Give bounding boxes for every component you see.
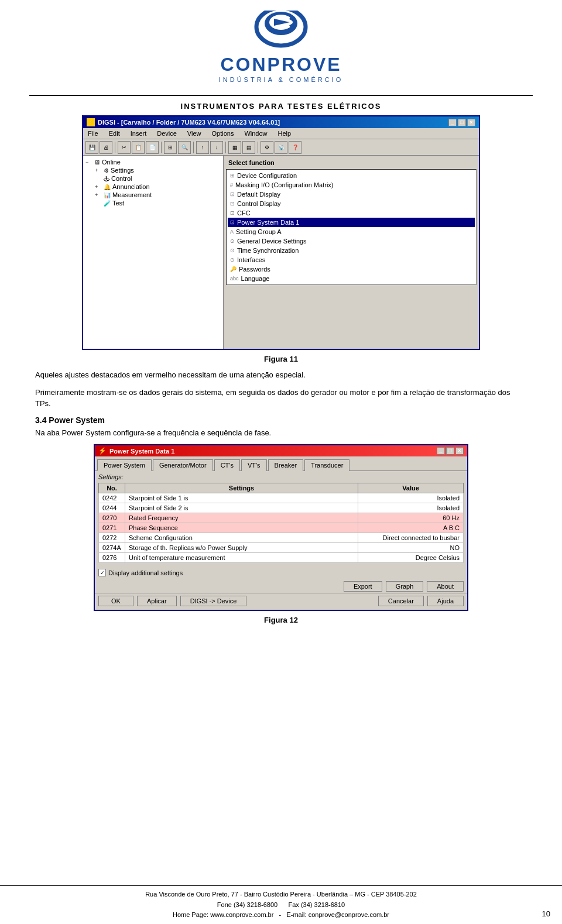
tree-expand-settings: + <box>95 167 102 173</box>
close-btn[interactable]: × <box>467 119 475 126</box>
tree-label-control: Control <box>111 175 132 182</box>
td-value-0271: A B C <box>358 523 464 533</box>
menu-edit[interactable]: Edit <box>107 129 122 138</box>
ok-button[interactable]: OK <box>98 596 133 606</box>
footer-homepage: Home Page: www.conprove.com.br <box>173 911 273 918</box>
ajuda-button[interactable]: Ajuda <box>427 596 464 606</box>
tb-btn2[interactable]: 🔍 <box>178 141 191 154</box>
ps-tabs: Power System Generator/Motor CT's VT's B… <box>95 456 467 471</box>
digsi-title: DIGSI - [Carvalho / Folder / 7UM623 V4.6… <box>98 119 280 126</box>
tb-copy[interactable]: 📋 <box>132 141 145 154</box>
tab-vts[interactable]: VT's <box>241 459 267 471</box>
func-device-config[interactable]: ⊞ Device Configuration <box>228 171 475 180</box>
tb-btn8[interactable]: 📡 <box>275 141 287 154</box>
tb-sep2 <box>161 142 162 153</box>
tb-save[interactable]: 💾 <box>85 141 98 154</box>
menu-help[interactable]: Help <box>276 129 294 138</box>
tree-item-annunciation[interactable]: + 🔔 Annunciation <box>95 183 221 191</box>
tb-btn9[interactable]: ❓ <box>289 141 301 154</box>
ps-maximize-btn[interactable]: □ <box>446 447 454 455</box>
tb-paste[interactable]: 📄 <box>146 141 159 154</box>
tree-item-settings[interactable]: + ⚙ Settings <box>95 166 221 174</box>
footer-line3: Home Page: www.conprove.com.br - E-mail:… <box>6 910 556 920</box>
tb-btn3[interactable]: ↑ <box>196 141 209 154</box>
tab-power-system[interactable]: Power System <box>97 459 152 471</box>
display-additional-checkbox[interactable]: ✓ <box>98 569 106 576</box>
ps-win-controls[interactable]: _ □ × <box>437 447 464 455</box>
menu-insert[interactable]: Insert <box>128 129 149 138</box>
display-additional-label: Display additional settings <box>108 569 183 576</box>
func-icon-setting-group: A <box>230 229 234 235</box>
func-general-device[interactable]: ⊙ General Device Settings <box>228 236 475 246</box>
tab-generator-motor[interactable]: Generator/Motor <box>153 459 213 471</box>
tb-btn5[interactable]: ▦ <box>228 141 241 154</box>
menu-options[interactable]: Options <box>210 129 237 138</box>
func-cfc[interactable]: ⊡ CFC <box>228 208 475 218</box>
footer-email: E-mail: conprove@conprove.com.br <box>286 911 389 918</box>
graph-button[interactable]: Graph <box>386 581 424 592</box>
tree-label-annunciation: Annunciation <box>112 183 150 190</box>
tree-item-online[interactable]: − 🖥 Online <box>85 158 221 166</box>
func-control-display[interactable]: ⊡ Control Display <box>228 199 475 208</box>
func-icon-default-display: ⊡ <box>230 191 235 197</box>
td-setting-0276: Unit of temperature measurement <box>125 553 358 563</box>
tb-btn4[interactable]: ↓ <box>210 141 223 154</box>
about-button[interactable]: About <box>427 581 464 592</box>
func-time-sync[interactable]: ⊙ Time Synchronization <box>228 246 475 255</box>
func-setting-group[interactable]: A Setting Group A <box>228 227 475 236</box>
func-label-power-system: Power System Data 1 <box>237 219 299 226</box>
td-value-0270: 60 Hz <box>358 513 464 523</box>
tb-sep3 <box>193 142 194 153</box>
func-icon-general-device: ⊙ <box>230 238 235 244</box>
tb-btn6[interactable]: ▤ <box>242 141 255 154</box>
maximize-btn[interactable]: □ <box>458 119 466 126</box>
function-list: ⊞ Device Configuration # Masking I/O (Co… <box>226 169 477 285</box>
func-passwords[interactable]: 🔑 Passwords <box>228 265 475 274</box>
tb-btn1[interactable]: ⊞ <box>164 141 177 154</box>
tree-item-test[interactable]: 🧪 Test <box>95 199 221 207</box>
func-interfaces[interactable]: ⊙ Interfaces <box>228 255 475 265</box>
func-default-display[interactable]: ⊡ Default Display <box>228 190 475 199</box>
td-setting-0272: Scheme Configuration <box>125 533 358 543</box>
minimize-btn[interactable]: _ <box>448 119 457 126</box>
func-power-system[interactable]: ⊡ Power System Data 1 <box>228 218 475 227</box>
digsi-device-button[interactable]: DIGSI -> Device <box>180 596 247 606</box>
aplicar-button[interactable]: Aplicar <box>137 596 177 606</box>
tb-btn7[interactable]: ⚙ <box>261 141 273 154</box>
figura11-label: Figura 11 <box>0 355 562 363</box>
tab-breaker[interactable]: Breaker <box>268 459 304 471</box>
menu-window[interactable]: Window <box>242 129 269 138</box>
func-label-time-sync: Time Synchronization <box>237 247 299 254</box>
func-language[interactable]: abc Language <box>228 274 475 283</box>
menu-file[interactable]: File <box>85 129 101 138</box>
td-no-0270: 0270 <box>99 513 125 523</box>
menu-device[interactable]: Device <box>155 129 179 138</box>
export-button[interactable]: Export <box>344 581 382 592</box>
ps-close-btn[interactable]: × <box>455 447 464 455</box>
cancelar-button[interactable]: Cancelar <box>378 596 424 606</box>
tb-print[interactable]: 🖨 <box>100 141 112 154</box>
tb-cut[interactable]: ✂ <box>118 141 131 154</box>
ps-minimize-btn[interactable]: _ <box>437 447 445 455</box>
tree-item-measurement[interactable]: + 📊 Measurement <box>95 191 221 199</box>
ps-title-icon: ⚡ <box>98 447 107 455</box>
ps-btn-left-group: OK Aplicar DIGSI -> Device <box>98 596 246 606</box>
tab-transducer[interactable]: Transducer <box>304 459 349 471</box>
win-controls[interactable]: _ □ × <box>448 119 475 126</box>
td-setting-0242: Starpoint of Side 1 is <box>125 493 358 503</box>
menu-view[interactable]: View <box>185 129 204 138</box>
tab-cts[interactable]: CT's <box>214 459 240 471</box>
td-no-0271: 0271 <box>99 523 125 533</box>
tree-expand-annunciation: + <box>95 184 102 190</box>
table-row: 0244 Starpoint of Side 2 is Isolated <box>99 503 464 513</box>
func-icon-interfaces: ⊙ <box>230 257 235 263</box>
func-masking[interactable]: # Masking I/O (Configuration Matrix) <box>228 180 475 190</box>
tree-item-control[interactable]: 🕹 Control <box>95 174 221 183</box>
func-icon-control-display: ⊡ <box>230 201 235 207</box>
table-row: 0276 Unit of temperature measurement Deg… <box>99 553 464 563</box>
tree-icon-control: 🕹 <box>104 176 109 182</box>
digsi-tree: − 🖥 Online + ⚙ Settings 🕹 Control + 🔔 <box>83 156 224 349</box>
td-value-0276: Degree Celsius <box>358 553 464 563</box>
ps-th-value: Value <box>358 483 464 493</box>
tree-icon-online: 🖥 <box>94 159 100 166</box>
